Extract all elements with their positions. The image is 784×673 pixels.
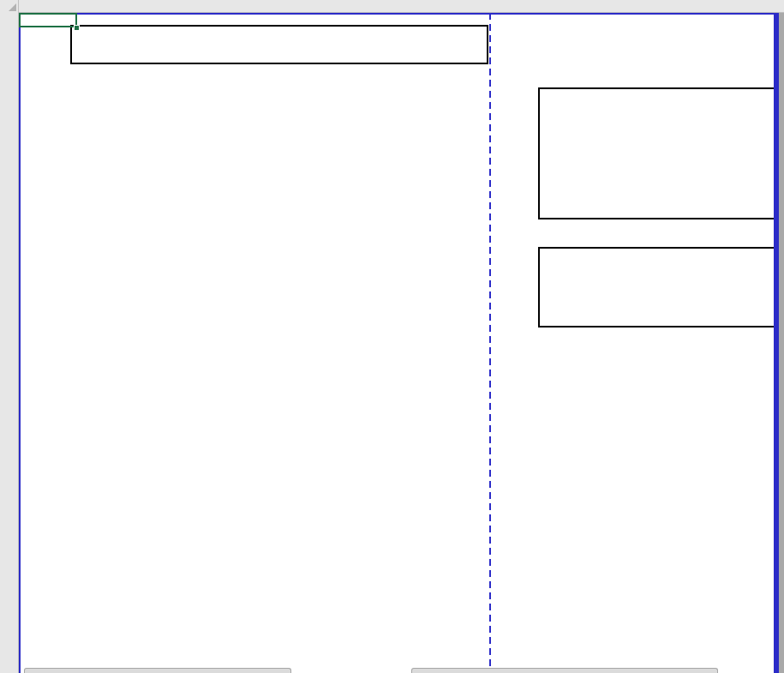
shipments-by-class-table [540,249,775,326]
note-textbox[interactable] [70,25,488,64]
shipments-by-employee-table [540,89,775,218]
column-header-bar [0,0,784,13]
active-cell-selection [19,13,77,27]
row-headers [0,13,19,673]
select-all-button[interactable] [0,0,19,13]
page-break-line-top[interactable] [19,13,775,15]
page-break-line-dashed[interactable] [489,13,491,673]
page-break-line-right[interactable] [774,13,779,673]
partial-shape-right [411,668,718,673]
partial-shape-left [24,668,291,673]
page-break-line-left[interactable] [19,13,21,673]
excel-page-break-preview [0,0,784,673]
outside-print-area [779,13,784,673]
shipments-table [19,89,490,673]
fill-handle[interactable] [74,25,80,31]
